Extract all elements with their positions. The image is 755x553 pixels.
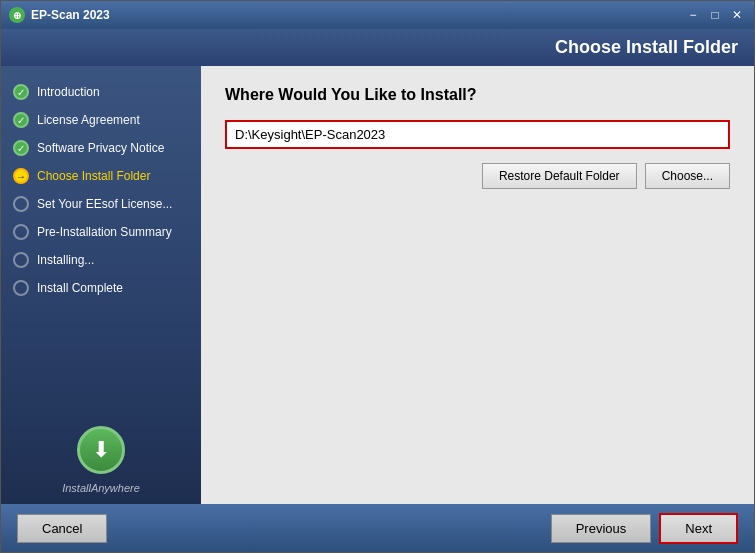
- main-content: ✓ Introduction ✓ License Agreement ✓ Sof…: [1, 66, 754, 504]
- window-controls: − □ ✕: [684, 6, 746, 24]
- sidebar-item-license: ✓ License Agreement: [1, 106, 201, 134]
- previous-button[interactable]: Previous: [551, 514, 652, 543]
- sidebar-item-label: Choose Install Folder: [37, 169, 150, 183]
- installing-status-icon: [13, 252, 29, 268]
- install-path-input[interactable]: [225, 120, 730, 149]
- sidebar-item-choose-install: → Choose Install Folder: [1, 162, 201, 190]
- sidebar-item-eesof: Set Your EEsof License...: [1, 190, 201, 218]
- download-icon: ⬇: [77, 426, 125, 474]
- footer-left: Cancel: [17, 514, 107, 543]
- installer-window: ⊕ EP-Scan 2023 − □ ✕ Choose Install Fold…: [0, 0, 755, 553]
- check-icon: ✓: [13, 140, 29, 156]
- footer: Cancel Previous Next: [1, 504, 754, 552]
- maximize-button[interactable]: □: [706, 6, 724, 24]
- minimize-button[interactable]: −: [684, 6, 702, 24]
- sidebar: ✓ Introduction ✓ License Agreement ✓ Sof…: [1, 66, 201, 504]
- restore-default-button[interactable]: Restore Default Folder: [482, 163, 637, 189]
- sidebar-item-installing: Installing...: [1, 246, 201, 274]
- cancel-button[interactable]: Cancel: [17, 514, 107, 543]
- sidebar-item-label: License Agreement: [37, 113, 140, 127]
- sidebar-item-label: Introduction: [37, 85, 100, 99]
- window-title: EP-Scan 2023: [31, 8, 110, 22]
- check-icon: ✓: [13, 112, 29, 128]
- footer-right: Previous Next: [551, 513, 738, 544]
- sidebar-bottom: ⬇ InstallAnywhere: [1, 426, 201, 494]
- introduction-status-icon: ✓: [13, 84, 29, 100]
- check-icon: ✓: [13, 84, 29, 100]
- folder-button-row: Restore Default Folder Choose...: [225, 163, 730, 189]
- circle-icon: [13, 280, 29, 296]
- pre-install-status-icon: [13, 224, 29, 240]
- active-icon: →: [13, 168, 29, 184]
- circle-icon: [13, 196, 29, 212]
- installanywhere-logo: InstallAnywhere: [62, 482, 140, 494]
- content-spacer: [225, 201, 730, 484]
- sidebar-item-complete: Install Complete: [1, 274, 201, 302]
- header-title: Choose Install Folder: [555, 37, 738, 57]
- sidebar-item-label: Software Privacy Notice: [37, 141, 164, 155]
- sidebar-item-introduction: ✓ Introduction: [1, 78, 201, 106]
- circle-icon: [13, 224, 29, 240]
- sidebar-item-label: Set Your EEsof License...: [37, 197, 172, 211]
- sidebar-item-label: Pre-Installation Summary: [37, 225, 172, 239]
- choose-button[interactable]: Choose...: [645, 163, 730, 189]
- choose-install-status-icon: →: [13, 168, 29, 184]
- sidebar-item-pre-install: Pre-Installation Summary: [1, 218, 201, 246]
- circle-icon: [13, 252, 29, 268]
- content-area: Where Would You Like to Install? Restore…: [201, 66, 754, 504]
- content-title: Where Would You Like to Install?: [225, 86, 730, 104]
- sidebar-item-label: Installing...: [37, 253, 94, 267]
- sidebar-item-label: Install Complete: [37, 281, 123, 295]
- header-bar: Choose Install Folder: [1, 29, 754, 66]
- next-button[interactable]: Next: [659, 513, 738, 544]
- title-bar-left: ⊕ EP-Scan 2023: [9, 7, 110, 23]
- privacy-status-icon: ✓: [13, 140, 29, 156]
- close-button[interactable]: ✕: [728, 6, 746, 24]
- license-status-icon: ✓: [13, 112, 29, 128]
- complete-status-icon: [13, 280, 29, 296]
- title-bar: ⊕ EP-Scan 2023 − □ ✕: [1, 1, 754, 29]
- sidebar-item-privacy: ✓ Software Privacy Notice: [1, 134, 201, 162]
- app-icon: ⊕: [9, 7, 25, 23]
- eesof-status-icon: [13, 196, 29, 212]
